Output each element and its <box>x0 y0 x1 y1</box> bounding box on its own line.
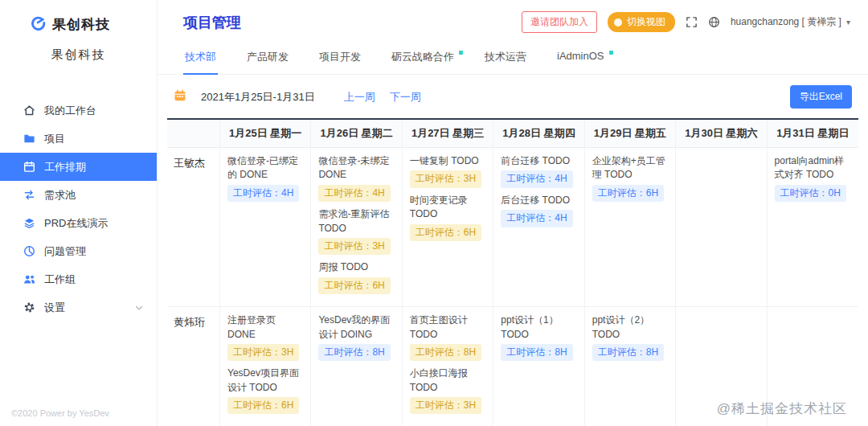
sidebar-item-label: PRD在线演示 <box>44 216 108 231</box>
task-hours-badge: 工时评估：8H <box>410 344 481 361</box>
task-item[interactable]: 一键复制 TODO <box>410 154 485 168</box>
sidebar-item-settings[interactable]: 设置 <box>0 293 157 322</box>
schedule-cell[interactable]: 微信登录-未绑定 DONE工时评估：4H需求池-重新评估 TODO工时评估：3H… <box>311 148 402 307</box>
task-item[interactable]: 时间变更记录 TODO <box>410 194 485 222</box>
task-hours-badge: 工时评估：4H <box>227 185 299 202</box>
date-range-label: 2021年1月25日-1月31日 <box>201 90 315 104</box>
arrows-icon <box>23 189 35 202</box>
tab-label: 砺云战略合作 <box>391 51 454 63</box>
column-header: 1月27日 星期三 <box>403 120 493 148</box>
member-name: 王敏杰 <box>167 148 220 307</box>
tab-label: 项目开发 <box>319 51 361 63</box>
sidebar-item-label: 需求池 <box>44 188 76 203</box>
sidebar-item-label: 项目 <box>44 132 65 146</box>
tab-marker-icon <box>609 51 613 55</box>
tab-liyun[interactable]: 砺云战略合作 <box>390 43 456 74</box>
export-excel-button[interactable]: 导出Excel <box>790 85 852 109</box>
sidebar-item-prd-demo[interactable]: PRD在线演示 <box>0 209 157 237</box>
schedule-cell[interactable]: portal向admin样式对齐 TODO工时评估：0H <box>768 148 858 307</box>
tab-product-rd[interactable]: 产品研发 <box>245 43 290 74</box>
task-item[interactable]: 首页主图设计 TODO <box>410 313 485 342</box>
main-panel: 项目管理 邀请团队加入 切换视图 huangchanzong [ 黄禅宗 ] ▾ <box>158 0 868 426</box>
schedule-cell[interactable]: 微信登录-已绑定的 DONE工时评估：4H <box>220 148 311 307</box>
task-hours-badge: 工时评估：8H <box>318 344 390 361</box>
content-area: 2021年1月25日-1月31日 上一周 下一周 导出Excel 1月25日 星… <box>158 75 868 426</box>
task-hours-badge: 工时评估：4H <box>318 185 390 202</box>
view-toggle-icon <box>614 18 622 27</box>
schedule-cell[interactable]: ppt设计（1） TODO工时评估：8H <box>493 307 584 426</box>
task-item[interactable]: 需求池-重新评估 TODO <box>318 207 394 236</box>
page-title: 项目管理 <box>183 13 241 32</box>
task-item[interactable]: 微信登录-已绑定的 DONE <box>227 154 303 182</box>
task-item[interactable]: YesDev项目界面设计 TODO <box>227 367 303 395</box>
username: huangchanzong [ 黄禅宗 ] <box>731 15 841 29</box>
brand-logo-text: 果创科技 <box>52 15 110 34</box>
schedule-cell[interactable] <box>676 307 767 426</box>
view-toggle-label: 切换视图 <box>627 15 665 29</box>
sidebar-item-label: 工作排期 <box>44 160 86 174</box>
tab-iadminos[interactable]: iAdminOS <box>555 43 606 74</box>
task-item[interactable]: ppt设计（1） TODO <box>501 313 576 342</box>
task-item[interactable]: 周报 TODO <box>318 260 394 274</box>
header-actions: 邀请团队加入 切换视图 huangchanzong [ 黄禅宗 ] ▾ <box>522 11 850 33</box>
task-item[interactable]: 前台迁移 TODO <box>501 154 576 168</box>
task-hours-badge: 工时评估：4H <box>501 210 572 227</box>
sidebar-item-requirements[interactable]: 需求池 <box>0 181 157 209</box>
sidebar-item-issues[interactable]: 问题管理 <box>0 237 157 265</box>
sidebar-item-schedule[interactable]: 工作排期 <box>0 153 157 181</box>
sidebar-item-workgroup[interactable]: 工作组 <box>0 265 157 293</box>
task-item[interactable]: portal向admin样式对齐 TODO <box>775 154 851 182</box>
task-item[interactable]: 企业架构+员工管理 TODO <box>592 154 668 182</box>
fullscreen-icon[interactable] <box>686 16 698 28</box>
sidebar-item-label: 设置 <box>44 301 65 315</box>
sidebar-menu: 我的工作台项目工作排期需求池PRD在线演示问题管理工作组设置 <box>0 96 157 322</box>
view-toggle-button[interactable]: 切换视图 <box>608 12 675 32</box>
schedule-cell[interactable]: 首页主图设计 TODO工时评估：8H小白接口海报 TODO工时评估：3H <box>403 307 493 426</box>
layers-icon <box>23 217 35 230</box>
schedule-cell[interactable]: 前台迁移 TODO工时评估：4H后台迁移 TODO工时评估：4H <box>493 148 584 307</box>
column-header: 1月26日 星期二 <box>311 120 402 148</box>
team-icon <box>23 273 35 286</box>
task-item[interactable]: 后台迁移 TODO <box>501 194 576 207</box>
gear-icon <box>23 301 35 314</box>
task-hours-badge: 工时评估：0H <box>775 185 846 202</box>
brand-logo: 果创科技 <box>0 0 157 35</box>
next-week-link[interactable]: 下一周 <box>390 90 421 104</box>
schedule-cell[interactable]: 企业架构+员工管理 TODO工时评估：6H <box>585 148 676 307</box>
schedule-row: 黄炜珩注册登录页 DONE工时评估：3HYesDev项目界面设计 TODO工时评… <box>167 307 858 426</box>
tab-project-dev[interactable]: 项目开发 <box>317 43 362 74</box>
tab-tech[interactable]: 技术部 <box>183 43 218 75</box>
task-item[interactable]: 微信登录-未绑定 DONE <box>318 154 394 182</box>
sidebar-item-projects[interactable]: 项目 <box>0 125 157 153</box>
task-hours-badge: 工时评估：3H <box>318 238 390 255</box>
brand-logo-icon <box>29 14 46 35</box>
tab-tech-ops[interactable]: 技术运营 <box>483 43 528 74</box>
task-item[interactable]: ppt设计（2） TODO <box>592 313 668 342</box>
week-nav: 上一周 下一周 <box>344 90 421 104</box>
prev-week-link[interactable]: 上一周 <box>344 90 375 104</box>
globe-icon[interactable] <box>708 16 720 28</box>
task-item[interactable]: 小白接口海报 TODO <box>410 367 485 395</box>
schedule-table: 1月25日 星期一1月26日 星期二1月27日 星期三1月28日 星期四1月29… <box>167 118 858 426</box>
member-column-header <box>167 120 220 148</box>
schedule-cell[interactable]: 一键复制 TODO工时评估：3H时间变更记录 TODO工时评估：6H <box>403 148 493 307</box>
schedule-cell[interactable] <box>676 148 767 307</box>
sidebar-item-workbench[interactable]: 我的工作台 <box>0 96 157 125</box>
column-header: 1月28日 星期四 <box>493 120 584 148</box>
sidebar-item-label: 工作组 <box>44 272 76 287</box>
company-name: 果创科技 <box>0 47 157 63</box>
schedule-cell[interactable]: 注册登录页 DONE工时评估：3HYesDev项目界面设计 TODO工时评估：6… <box>220 307 311 426</box>
column-header: 1月29日 星期五 <box>585 120 676 148</box>
tab-label: 技术部 <box>185 51 216 63</box>
schedule-cell[interactable] <box>768 307 858 426</box>
schedule-cell[interactable]: ppt设计（2） TODO工时评估：8H <box>585 307 676 426</box>
invite-team-button[interactable]: 邀请团队加入 <box>522 11 597 33</box>
calendar-icon <box>174 89 186 105</box>
task-item[interactable]: 注册登录页 DONE <box>227 313 303 342</box>
task-hours-badge: 工时评估：8H <box>592 344 664 361</box>
calendar-icon <box>23 161 35 174</box>
task-hours-badge: 工时评估：8H <box>501 344 572 361</box>
user-menu[interactable]: huangchanzong [ 黄禅宗 ] ▾ <box>731 15 850 29</box>
schedule-cell[interactable]: YesDev我的界面设计 DOING工时评估：8H <box>311 307 402 426</box>
task-item[interactable]: YesDev我的界面设计 DOING <box>318 313 394 342</box>
